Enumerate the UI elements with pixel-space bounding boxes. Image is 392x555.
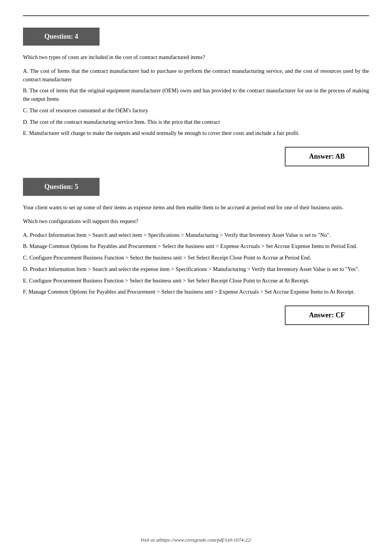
q5-option-b-text: B. Manage Common Options for Payables an… xyxy=(23,243,357,249)
q4-option-e-text: E. Manufacturer will charge to make the … xyxy=(23,130,300,136)
q4-option-d: D. The cost of the contract manufacturin… xyxy=(23,118,369,126)
q4-answer-value: AB xyxy=(335,153,345,160)
q4-option-b-text: B. The cost of items that the original e… xyxy=(23,87,369,102)
question-5-header: Question: 5 xyxy=(23,178,100,196)
q4-answer-container: Answer: AB xyxy=(23,147,369,166)
q4-option-e: E. Manufacturer will charge to make the … xyxy=(23,129,369,138)
q4-answer-label: Answer: xyxy=(309,153,334,160)
q5-option-c: C. Configure Procurement Business Functi… xyxy=(23,254,369,262)
q5-option-f: F. Manage Common Options for Payables an… xyxy=(23,288,369,296)
question-4-header: Question: 4 xyxy=(23,28,100,46)
question-4-block: Question: 4 Which two types of costs are… xyxy=(23,28,369,166)
q5-answer-value: CF xyxy=(336,311,345,319)
q5-answer-label: Answer: xyxy=(309,311,334,319)
q5-option-c-text: C. Configure Procurement Business Functi… xyxy=(23,255,311,261)
q4-option-c: C. The cost of resources consumed at the… xyxy=(23,107,369,115)
q5-option-e-text: E. Configure Procurement Business Functi… xyxy=(23,278,310,284)
q5-option-f-text: F. Manage Common Options for Payables an… xyxy=(23,289,355,295)
question-5-text-1: Your client wants to set up some of thei… xyxy=(23,204,369,212)
question-5-options: A. Product Information Item > Search and… xyxy=(23,231,369,297)
q5-answer-container: Answer: CF xyxy=(23,305,369,325)
question-5-block: Question: 5 Your client wants to set up … xyxy=(23,178,369,325)
question-4-text: Which two types of costs are included in… xyxy=(23,53,369,62)
q5-answer-box: Answer: CF xyxy=(285,305,369,325)
q5-option-b: B. Manage Common Options for Payables an… xyxy=(23,242,369,251)
q4-option-c-text: C. The cost of resources consumed at the… xyxy=(23,107,148,113)
top-divider xyxy=(23,15,369,16)
q4-option-b: B. The cost of items that the original e… xyxy=(23,87,369,103)
page-footer: Visit us athttps://www.certsgrade.com/pd… xyxy=(0,536,392,544)
q5-option-d: D. Product Information Item > Search and… xyxy=(23,265,369,274)
q5-option-a-text: A. Product Information Item > Search and… xyxy=(23,232,330,238)
q4-answer-box: Answer: AB xyxy=(285,147,369,166)
q5-option-a: A. Product Information Item > Search and… xyxy=(23,231,369,240)
question-4-options: A. The cost of Items that the contract m… xyxy=(23,67,369,138)
q5-option-e: E. Configure Procurement Business Functi… xyxy=(23,277,369,285)
q4-option-d-text: D. The cost of the contract manufacturin… xyxy=(23,119,220,125)
q5-option-d-text: D. Product Information Item > Search and… xyxy=(23,266,359,272)
question-5-text-2: Which two configurations will support th… xyxy=(23,217,369,226)
q4-option-a-text: A. The cost of Items that the contract m… xyxy=(23,68,369,82)
q4-option-a: A. The cost of Items that the contract m… xyxy=(23,67,369,84)
